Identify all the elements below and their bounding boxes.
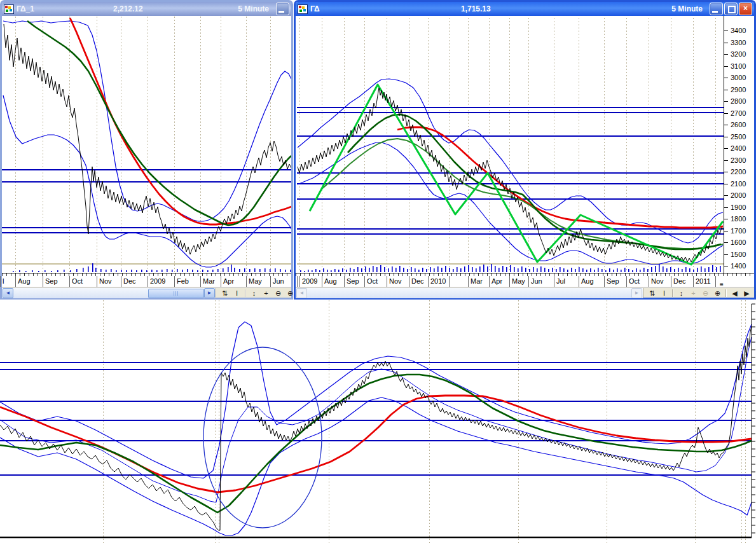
y-axis-tick (724, 207, 728, 208)
x-axis-label: Mar (200, 276, 221, 287)
x-axis-label: Nov (387, 276, 409, 287)
x-axis-label: Aug (579, 276, 604, 287)
bottom-controls-left-chart: ◄►⇅I↕+⊖⊕ (2, 287, 291, 298)
series-bollinger-upper (298, 79, 723, 243)
titlebar-gd[interactable]: ΓΔ 1,715.13 5 Minute × (296, 2, 754, 16)
refresh-icon[interactable]: ⇅ (219, 289, 231, 298)
x-axis-label: Apr (221, 276, 246, 287)
minimize-button[interactable] (710, 3, 723, 15)
y-axis-label: 1900 (731, 204, 746, 211)
x-axis-right-chart: 2009AugSepOctNovDec2010MarAprMayJunJulAu… (296, 273, 754, 287)
y-axis-tick (724, 195, 728, 196)
y-axis-label: 3000 (731, 74, 746, 81)
x-axis-label: Oct (364, 276, 387, 287)
pan-icon[interactable]: + (260, 289, 272, 298)
y-axis-tick (724, 43, 728, 43)
y-axis-tick (724, 219, 728, 219)
y-axis-label: 1600 (731, 238, 746, 246)
x-axis-label: Dec (409, 276, 428, 287)
x-axis-label: Dec (671, 276, 693, 287)
pan-icon: + (687, 289, 699, 298)
y-axis-label: 2400 (731, 144, 746, 152)
x-axis-label: 2009 (299, 276, 322, 287)
trading-app-desktop: ΓΔ_1 2,212.12 5 Minute ΓΔ 1,715.13 5 Min… (0, 0, 756, 545)
refresh-icon[interactable]: ⇅ (646, 289, 658, 298)
x-axis-label: Apr (489, 276, 509, 287)
chart-toolbar: ⇅I↕+⊖⊕ (216, 288, 296, 298)
y-axis-tick (724, 160, 728, 161)
scrollbar-thumb[interactable] (148, 289, 204, 298)
window-title: ΓΔ (310, 4, 320, 13)
prev-chart-icon[interactable]: ◀ (729, 289, 741, 298)
series-ma-red (397, 127, 723, 228)
restore-button[interactable] (724, 3, 738, 15)
x-axis-label: Aug (322, 276, 344, 287)
minimize-button[interactable] (276, 3, 289, 15)
x-axis-label: Nov (649, 276, 671, 287)
y-axis-tick (724, 242, 728, 243)
x-axis-label: Oct (69, 276, 97, 287)
x-axis-label (449, 276, 468, 287)
y-axis-tick (724, 254, 728, 255)
last-price-value: 1,715.13 (461, 4, 491, 13)
crosshair-icon[interactable]: I (658, 289, 670, 298)
close-button[interactable]: × (739, 3, 752, 15)
y-axis-tick (724, 101, 728, 102)
scrollbar-track[interactable] (14, 288, 203, 298)
y-axis-label: 3300 (731, 39, 746, 46)
x-axis-label: Nov (97, 276, 121, 287)
horizontal-scrollbar[interactable]: ◄► (296, 288, 643, 298)
scroll-left-button[interactable]: ◄ (296, 288, 307, 298)
crosshair-icon[interactable]: I (231, 289, 243, 298)
layout-icon[interactable]: ▤ (753, 289, 756, 298)
x-axis-label: Feb (174, 276, 200, 287)
scroll-right-button[interactable]: ► (631, 288, 642, 298)
scrollbar-track[interactable] (308, 288, 631, 298)
x-axis-label: Oct (626, 276, 649, 287)
series-zigzag-trendlines (310, 85, 723, 265)
y-axis-label: 2100 (731, 180, 746, 188)
y-axis-label: 1400 (731, 262, 746, 270)
zoom-in-icon[interactable]: ⊕ (284, 289, 296, 298)
y-axis-tick (724, 137, 728, 137)
window-title: ΓΔ_1 (17, 4, 34, 13)
y-axis-price-scale[interactable]: ≡340033003200310030002900280027002600250… (724, 16, 754, 273)
series-bollinger-middle (0, 337, 752, 502)
horizontal-scrollbar[interactable]: ◄► (2, 288, 216, 298)
y-axis-label: 2200 (731, 168, 746, 176)
vertical-zoom-icon[interactable]: ↕ (675, 289, 687, 298)
x-axis-label: Mar (468, 276, 489, 287)
next-chart-icon[interactable]: ▶ (741, 289, 753, 298)
y-axis-tick (724, 78, 728, 78)
x-axis-label: Jun (270, 276, 291, 287)
chart-toolbar: ⇅I↕+⊖⊕◀▶▤ (643, 288, 756, 298)
series-ma-red (70, 18, 291, 224)
x-axis-label: Aug (15, 276, 43, 287)
y-axis-tick (724, 172, 728, 172)
x-axis-label: Sep (344, 276, 364, 287)
zoom-out-icon: ⊖ (699, 289, 711, 298)
y-axis-tick (724, 113, 728, 114)
y-axis-label: 2500 (731, 133, 746, 141)
zoom-out-icon[interactable]: ⊖ (272, 289, 284, 298)
series-bollinger-lower (0, 397, 752, 535)
last-price-value: 2,212.12 (113, 4, 143, 13)
y-axis-label: 2000 (731, 191, 746, 199)
app-icon (4, 4, 14, 14)
axis-grip-icon[interactable]: ≡ (720, 281, 724, 288)
y-axis-tick (724, 90, 728, 90)
y-axis-tick (724, 31, 728, 31)
zoom-in-icon[interactable]: ⊕ (711, 289, 724, 298)
vertical-zoom-icon[interactable]: ↕ (248, 289, 260, 298)
y-axis-label: 2300 (731, 156, 746, 164)
x-axis-label: Sep (43, 276, 69, 287)
y-axis-label: 1800 (731, 215, 746, 223)
scroll-left-button[interactable]: ◄ (3, 288, 13, 298)
timeframe-label: 5 Minute (671, 4, 703, 13)
scroll-right-button[interactable]: ► (204, 288, 215, 298)
series-price (0, 326, 752, 530)
y-axis-tick (724, 66, 728, 67)
titlebar-gd1[interactable]: ΓΔ_1 2,212.12 5 Minute (2, 2, 291, 16)
x-axis-label: May (509, 276, 528, 287)
y-axis-tick (724, 148, 728, 149)
